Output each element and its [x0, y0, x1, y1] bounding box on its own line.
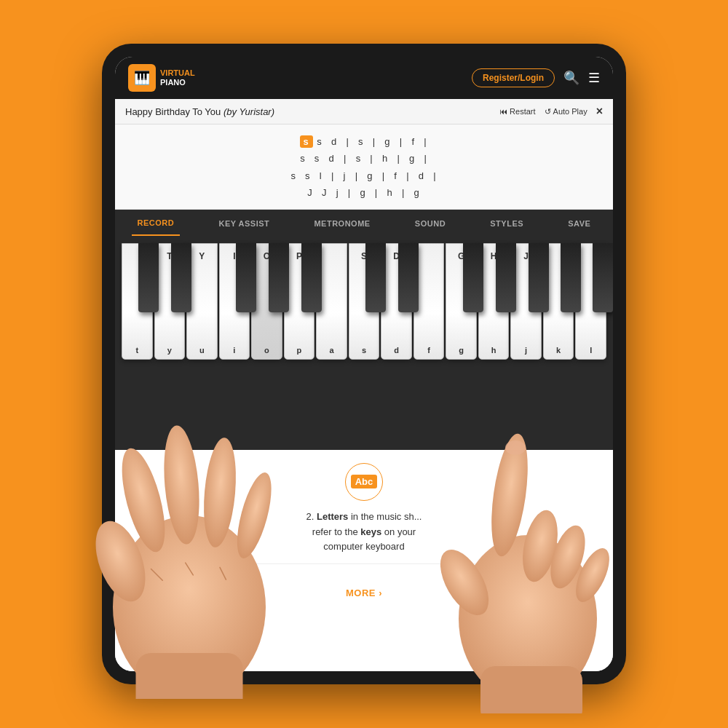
song-controls: ⏮ Restart ↺ Auto Play ×	[499, 105, 603, 118]
sheet-line-2: s s d | s | h | g |	[115, 150, 613, 167]
black-key-11[interactable]	[593, 243, 613, 312]
black-key-10[interactable]	[529, 243, 549, 312]
black-key-2[interactable]	[171, 243, 191, 312]
logo-area: 🎹 VIRTUAL PIANO	[128, 64, 195, 92]
sheet-line-4: J J j | g | h | g	[115, 184, 613, 201]
highlighted-note: s	[300, 135, 312, 148]
sheet-line-1: s s d | s | g | f |	[115, 133, 613, 150]
svg-rect-17	[480, 666, 582, 713]
black-key-7[interactable]	[398, 243, 419, 312]
register-login-button[interactable]: Register/Login	[472, 68, 555, 87]
black-key-8[interactable]	[463, 243, 483, 312]
black-key-12[interactable]	[561, 243, 581, 312]
song-title: Happy Birthday To You (by Yuristar)	[125, 106, 274, 117]
black-key-1[interactable]	[138, 243, 159, 312]
piano-keys: t T y Y u I i O o P	[118, 243, 610, 360]
more-button[interactable]: MORE ›	[346, 587, 382, 598]
song-author: (by Yuristar)	[223, 106, 274, 117]
toolbar-key-assist[interactable]: KEY ASSIST	[213, 212, 275, 235]
header-right: Register/Login 🔍 ☰	[472, 68, 600, 87]
toolbar-styles[interactable]: STYLES	[484, 212, 529, 235]
info-text: 2. Letters in the music sh... refer to t…	[306, 510, 422, 555]
black-key-9[interactable]	[496, 243, 516, 312]
app-header: 🎹 VIRTUAL PIANO Register/Login 🔍 ☰	[115, 57, 613, 99]
black-key-6[interactable]	[365, 243, 386, 312]
black-key-4[interactable]	[269, 243, 289, 312]
sheet-music-area: s s d | s | g | f | s s d | s | h | g | …	[115, 124, 613, 210]
bottom-info-section: Abc 2. Letters in the music sh... refer …	[115, 450, 613, 671]
piano-container: t T y Y u I i O o P	[115, 237, 613, 450]
black-key-5[interactable]	[301, 243, 322, 312]
logo-text: VIRTUAL PIANO	[160, 68, 195, 87]
song-bar: Happy Birthday To You (by Yuristar) ⏮ Re…	[115, 99, 613, 124]
toolbar-sound[interactable]: SOUND	[409, 212, 451, 235]
toolbar: RECORD KEY ASSIST METRONOME SOUND STYLES…	[115, 210, 613, 237]
toolbar-record[interactable]: RECORD	[132, 211, 181, 236]
abc-icon-wrapper: Abc	[345, 463, 383, 501]
toolbar-metronome[interactable]: METRONOME	[308, 212, 376, 235]
abc-badge: Abc	[351, 475, 378, 488]
restart-button[interactable]: ⏮ Restart	[499, 107, 535, 116]
logo-icon: 🎹	[128, 64, 156, 92]
tablet-device: 🎹 VIRTUAL PIANO Register/Login 🔍 ☰ Happy…	[102, 44, 626, 684]
divider	[176, 563, 551, 564]
search-icon[interactable]: 🔍	[563, 70, 579, 86]
toolbar-save[interactable]: SAVE	[562, 212, 596, 235]
tablet-screen: 🎹 VIRTUAL PIANO Register/Login 🔍 ☰ Happy…	[115, 57, 613, 671]
menu-icon[interactable]: ☰	[588, 70, 600, 86]
close-song-button[interactable]: ×	[596, 105, 603, 118]
sheet-line-3: s s l | j | g | f | d |	[115, 167, 613, 184]
black-key-3[interactable]	[236, 243, 256, 312]
autoplay-button[interactable]: ↺ Auto Play	[545, 107, 587, 116]
